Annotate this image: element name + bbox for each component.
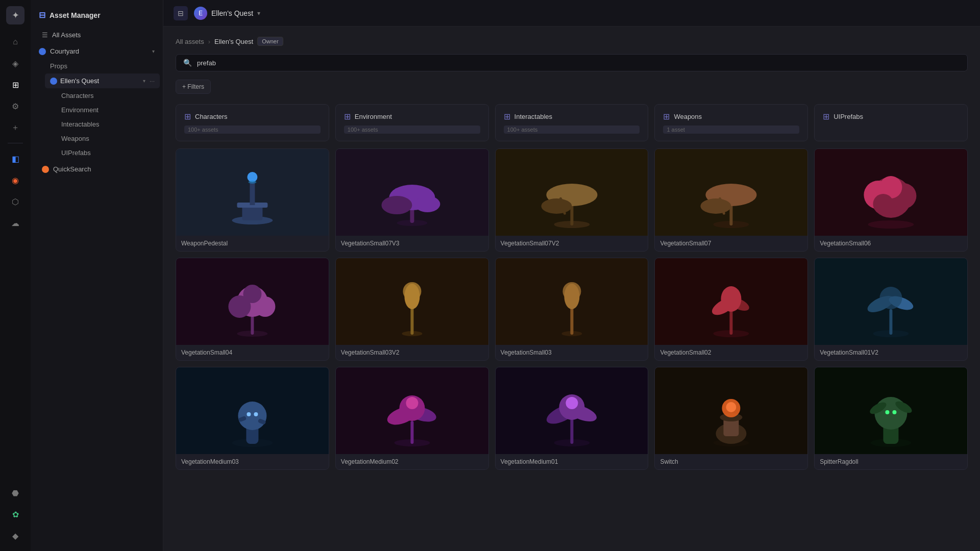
- asset-card[interactable]: VegetationMedium02: [335, 367, 489, 470]
- main-area: ⊟ E Ellen's Quest ▾ All assets › Ellen's…: [163, 0, 980, 551]
- panel-toggle-icon[interactable]: ⊟: [174, 6, 188, 20]
- content-area: All assets › Ellen's Quest Owner 🔍 + Fil…: [163, 27, 980, 551]
- svg-point-26: [873, 194, 894, 214]
- asset-label: VegetationSmall03: [496, 345, 648, 360]
- breadcrumb-owner-badge: Owner: [257, 37, 283, 46]
- asset-label: VegetationSmall04: [176, 345, 329, 360]
- asset-card[interactable]: VegetationSmall07: [654, 148, 808, 252]
- asset-label: VegetationMedium03: [176, 454, 329, 469]
- sidebar-item-interactables[interactable]: Interactables: [56, 117, 160, 131]
- characters-label: Characters: [61, 92, 94, 99]
- project-name: Ellen's Quest: [211, 9, 253, 17]
- category-count: 100+ assets: [344, 126, 480, 134]
- asset-card[interactable]: VegetationMedium03: [176, 367, 329, 470]
- flame-icon[interactable]: ◉: [6, 171, 24, 189]
- asset-thumbnail: [176, 367, 329, 454]
- add-icon[interactable]: ＋: [6, 118, 24, 137]
- settings-icon[interactable]: ⚙: [6, 97, 24, 115]
- sidebar-item-quicksearch[interactable]: QuickSearch: [34, 162, 160, 177]
- asset-label: VegetationSmall07: [655, 236, 807, 251]
- cube-icon[interactable]: ◈: [6, 54, 24, 72]
- courtyard-header[interactable]: Courtyard ▾: [34, 44, 160, 59]
- asset-preview-svg: [176, 149, 329, 236]
- asset-label: VegetationSmall01V2: [815, 345, 967, 360]
- category-card-characters[interactable]: ⊞ Characters 100+ assets: [176, 104, 329, 141]
- svg-point-21: [868, 220, 914, 229]
- category-icon: ⊞: [504, 112, 510, 121]
- category-icon: ⊞: [663, 112, 670, 121]
- search-input[interactable]: [197, 59, 960, 67]
- svg-point-82: [893, 410, 897, 414]
- category-icon: ⊞: [344, 112, 351, 121]
- svg-point-63: [406, 397, 418, 409]
- asset-card[interactable]: VegetationSmall03V2: [335, 258, 489, 361]
- asset-thumbnail: [496, 367, 648, 454]
- asset-thumbnail: [655, 367, 807, 454]
- ellens-quest-more[interactable]: ···: [150, 78, 155, 85]
- asset-card[interactable]: VegetationSmall04: [176, 258, 329, 361]
- asset-card[interactable]: VegetationSmall06: [814, 148, 968, 252]
- asset-card[interactable]: WeaponPedestal: [176, 148, 329, 252]
- category-card-uiprefabs[interactable]: ⊞ UIPrefabs: [814, 104, 968, 141]
- category-count: 1 asset: [663, 126, 799, 134]
- sidebar-item-characters[interactable]: Characters: [56, 89, 160, 103]
- environment-label: Environment: [61, 106, 99, 114]
- project-selector[interactable]: E Ellen's Quest ▾: [194, 7, 260, 20]
- asset-label: VegetationSmall06: [815, 236, 967, 251]
- category-card-weapons[interactable]: ⊞ Weapons 1 asset: [654, 104, 808, 141]
- asset-label: SpitterRagdoll: [815, 454, 967, 469]
- stack-icon[interactable]: ⬣: [6, 484, 24, 502]
- sidebar-item-uiprefabs[interactable]: UIPrefabs: [56, 146, 160, 160]
- asset-card[interactable]: VegetationSmall07V2: [495, 148, 649, 252]
- category-card-environment[interactable]: ⊞ Environment 100+ assets: [335, 104, 489, 141]
- svg-point-53: [238, 402, 266, 430]
- svg-point-78: [875, 397, 908, 430]
- breadcrumb-project: Ellen's Quest: [214, 38, 253, 45]
- interactables-label: Interactables: [61, 120, 99, 128]
- ellens-quest-dot: [50, 78, 57, 85]
- asset-preview-svg: [176, 258, 329, 345]
- sidebar-item-all-assets[interactable]: ☰ All Assets: [34, 28, 160, 42]
- divider: [8, 143, 23, 143]
- sidebar-group-courtyard: Courtyard ▾ Props Ellen's Quest ▾ ··· Ch…: [34, 44, 160, 160]
- leaf-icon[interactable]: ✿: [6, 505, 24, 523]
- box-icon[interactable]: ⬡: [6, 192, 24, 211]
- weapons-label: Weapons: [61, 135, 89, 142]
- svg-rect-47: [890, 309, 893, 335]
- asset-preview-svg: [336, 258, 488, 345]
- asset-preview-svg: [336, 367, 488, 454]
- topbar: ⊟ E Ellen's Quest ▾: [163, 0, 980, 27]
- asset-thumbnail: [655, 149, 807, 236]
- asset-card[interactable]: VegetationSmall03: [495, 258, 649, 361]
- sidebar-item-props[interactable]: Props: [45, 59, 160, 73]
- filters-button[interactable]: + Filters: [176, 80, 211, 94]
- breadcrumb-sep1: ›: [208, 38, 210, 45]
- breadcrumb-all-assets[interactable]: All assets: [176, 38, 204, 45]
- svg-point-57: [254, 412, 258, 416]
- asset-card[interactable]: VegetationMedium01: [495, 367, 649, 470]
- assets-grid: WeaponPedestal VegetationSmall07V3: [176, 148, 968, 470]
- categories-row: ⊞ Characters 100+ assets ⊞ Environment 1…: [176, 104, 968, 141]
- asset-preview-svg: [496, 149, 648, 236]
- icon-rail: ✦ ⌂ ◈ ⊞ ⚙ ＋ ◧ ◉ ⬡ ☁ ⬣ ✿ ◆: [0, 0, 31, 551]
- home-icon[interactable]: ⌂: [6, 33, 24, 51]
- asset-thumbnail: [655, 258, 807, 345]
- layers-icon[interactable]: ◧: [6, 149, 24, 168]
- cloud-icon[interactable]: ☁: [6, 214, 24, 232]
- asset-card[interactable]: VegetationSmall07V3: [335, 148, 489, 252]
- quicksearch-label: QuickSearch: [53, 165, 91, 173]
- diamond-icon[interactable]: ◆: [6, 527, 24, 545]
- category-name: Environment: [355, 113, 392, 120]
- grid-icon[interactable]: ⊞: [6, 76, 24, 94]
- sidebar-item-weapons[interactable]: Weapons: [56, 132, 160, 145]
- asset-preview-svg: [176, 367, 329, 454]
- asset-card[interactable]: SpitterRagdoll: [814, 367, 968, 470]
- asset-preview-svg: [655, 149, 807, 236]
- sidebar-item-environment[interactable]: Environment: [56, 103, 160, 117]
- asset-card[interactable]: VegetationSmall02: [654, 258, 808, 361]
- category-name: Interactables: [514, 113, 552, 120]
- sidebar-item-ellens-quest[interactable]: Ellen's Quest ▾ ···: [45, 73, 160, 88]
- category-card-interactables[interactable]: ⊞ Interactables 100+ assets: [495, 104, 649, 141]
- asset-card[interactable]: Switch: [654, 367, 808, 470]
- asset-card[interactable]: VegetationSmall01V2: [814, 258, 968, 361]
